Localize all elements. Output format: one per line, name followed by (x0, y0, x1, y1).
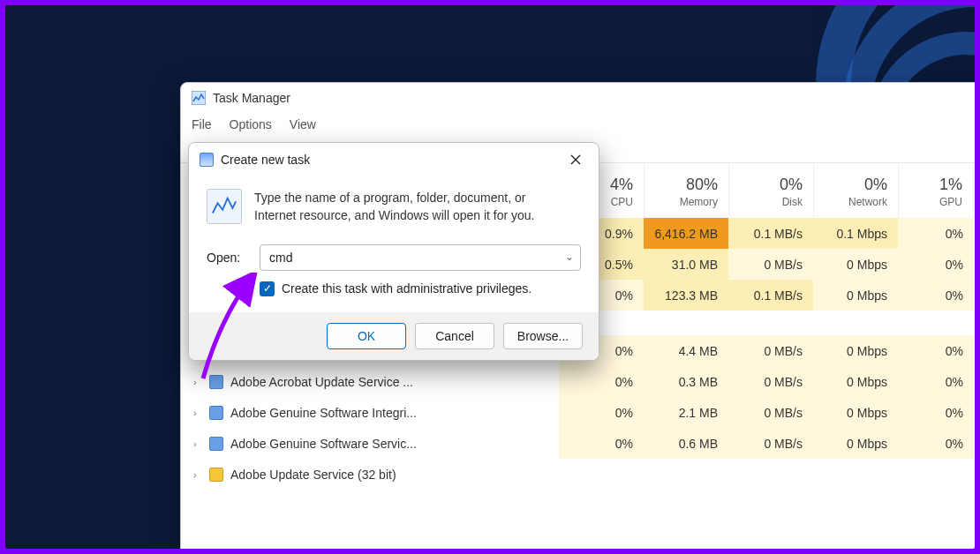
metric-cell: 0% (898, 428, 974, 459)
metric-cell: 0% (898, 280, 974, 311)
metric-cell: 0 MB/s (728, 428, 813, 459)
metric-cell: 0 Mbps (813, 366, 898, 397)
metric-cell: 0% (559, 428, 644, 459)
window-title: Task Manager (213, 91, 290, 105)
process-name: Adobe Update Service (32 bit) (230, 468, 396, 482)
open-input[interactable] (260, 244, 581, 271)
process-icon (209, 406, 223, 420)
metric-cell: 0% (559, 397, 644, 428)
table-row[interactable]: ›Adobe Genuine Software Integri...0%2.1 … (181, 397, 975, 428)
admin-label: Create this task with administrative pri… (282, 281, 531, 296)
cancel-button[interactable]: Cancel (415, 323, 494, 349)
metric-cell: 0 Mbps (813, 397, 898, 428)
header-disk[interactable]: 0%Disk (728, 163, 813, 218)
metric-cell: 0% (898, 218, 974, 249)
close-button[interactable] (560, 147, 592, 172)
metric-cell: 0% (898, 397, 974, 428)
metric-cell: 0 MB/s (728, 366, 813, 397)
admin-checkbox[interactable]: ✓ (260, 281, 275, 296)
metric-cell: 6,416.2 MB (644, 218, 728, 249)
metric-cell: 0.1 MB/s (728, 218, 813, 249)
metric-cell: 123.3 MB (644, 280, 728, 311)
metric-cell: 0% (898, 366, 974, 397)
process-name-cell[interactable]: ›Adobe Update Service (32 bit) (181, 468, 559, 482)
chevron-right-icon: › (193, 408, 202, 418)
titlebar[interactable]: Task Manager (181, 83, 975, 113)
process-name: Adobe Genuine Software Servic... (230, 437, 417, 451)
metric-cell: 31.0 MB (644, 249, 728, 280)
metric-cell: 0 MB/s (728, 335, 813, 366)
open-combobox[interactable]: ⌄ (260, 244, 581, 271)
metric-cell: 0 MB/s (728, 249, 813, 280)
metric-cell: 0.1 MB/s (728, 280, 813, 311)
metric-cell: 0 MB/s (728, 397, 813, 428)
metric-cell: 0 Mbps (813, 335, 898, 366)
header-gpu[interactable]: 1%GPU (898, 163, 974, 218)
chevron-right-icon: › (193, 469, 202, 480)
metric-cell: 0% (898, 249, 974, 280)
process-name-cell[interactable]: ›Adobe Acrobat Update Service ... (181, 375, 559, 389)
process-icon (209, 468, 223, 482)
metric-cell: 0 Mbps (813, 249, 898, 280)
metric-cell: 0.1 Mbps (813, 218, 898, 249)
ok-button[interactable]: OK (327, 323, 406, 349)
process-name: Adobe Acrobat Update Service ... (230, 375, 413, 389)
metric-cell: 0% (559, 366, 644, 397)
chevron-right-icon: › (193, 377, 202, 387)
metric-cell: 0% (898, 335, 974, 366)
process-icon (209, 375, 223, 389)
table-row[interactable]: ›Adobe Genuine Software Servic...0%0.6 M… (181, 428, 975, 459)
close-icon (570, 154, 581, 165)
run-icon (200, 153, 214, 167)
metric-cell: 4.4 MB (644, 335, 728, 366)
header-network[interactable]: 0%Network (813, 163, 898, 218)
metric-cell: 2.1 MB (644, 397, 728, 428)
open-label: Open: (207, 251, 247, 265)
table-row[interactable]: ›Adobe Update Service (32 bit) (181, 459, 975, 490)
process-name-cell[interactable]: ›Adobe Genuine Software Servic... (181, 437, 559, 451)
metric-cell: 0.6 MB (644, 428, 728, 459)
dialog-hint: Type the name of a program, folder, docu… (254, 189, 554, 225)
dialog-buttons: OK Cancel Browse... (189, 312, 599, 360)
metric-cell: 0.3 MB (644, 366, 728, 397)
browse-button[interactable]: Browse... (503, 323, 583, 349)
metric-cell: 0 Mbps (813, 428, 898, 459)
metric-cell: 0 Mbps (813, 280, 898, 311)
header-memory[interactable]: 80%Memory (644, 163, 728, 218)
dialog-title: Create new task (221, 153, 553, 167)
menu-options[interactable]: Options (230, 117, 272, 131)
menubar: File Options View (181, 113, 975, 136)
desktop-background: Task Manager File Options View 4%CPU80%M… (5, 5, 975, 549)
menu-view[interactable]: View (290, 117, 316, 131)
chevron-right-icon: › (193, 438, 202, 449)
run-graphic-icon (207, 189, 242, 224)
menu-file[interactable]: File (192, 117, 212, 131)
table-row[interactable]: ›Adobe Acrobat Update Service ...0%0.3 M… (181, 366, 975, 397)
create-new-task-dialog: Create new task Type the name of a progr… (188, 142, 599, 361)
process-name-cell[interactable]: ›Adobe Genuine Software Integri... (181, 406, 559, 420)
dialog-titlebar[interactable]: Create new task (189, 143, 599, 176)
process-icon (209, 437, 223, 451)
process-name: Adobe Genuine Software Integri... (230, 406, 417, 420)
task-manager-icon (192, 91, 206, 105)
